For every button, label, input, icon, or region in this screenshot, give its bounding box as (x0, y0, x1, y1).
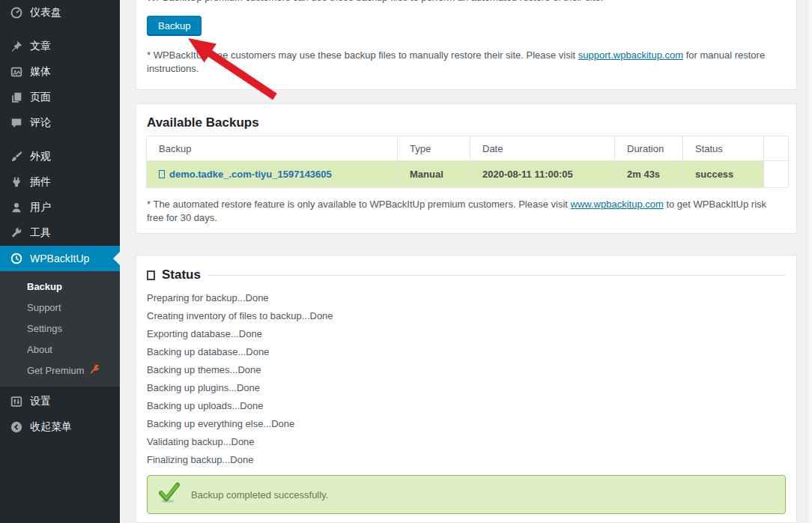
sidebar-item-label: 收起菜单 (30, 420, 72, 434)
pin-icon (9, 39, 24, 54)
sidebar-item-collapse-menu[interactable]: 收起菜单 (0, 414, 120, 440)
status-log-line: Exporting database...Done (147, 325, 786, 343)
status-log-line: Backing up everything else...Done (147, 415, 786, 433)
submenu-item-about[interactable]: About (0, 339, 120, 360)
sidebar-item-label: 媒体 (30, 65, 51, 79)
backup-name-cell: demo.tadke_.com-tiyu_1597143605 (147, 161, 398, 188)
scrollbar-track[interactable] (808, 0, 812, 523)
sidebar-item-pages[interactable]: 页面 (0, 85, 120, 110)
status-log-line: Backing up uploads...Done (147, 397, 786, 415)
status-log-line: Finalizing backup...Done (147, 451, 786, 469)
sidebar-item-plugins[interactable]: 插件 (0, 169, 120, 195)
submenu-item-backup[interactable]: Backup (0, 276, 120, 297)
submenu-item-support[interactable]: Support (0, 297, 120, 318)
status-log-line: Backing up themes...Done (147, 361, 786, 379)
status-log-line: Backing up database...Done (147, 343, 786, 361)
sidebar-item-posts[interactable]: 文章 (0, 34, 120, 59)
file-glyph-icon (159, 170, 165, 178)
media-icon (9, 64, 24, 79)
sidebar-item-label: 设置 (30, 395, 51, 408)
status-log-list: Preparing for backup...Done Creating inv… (147, 289, 786, 469)
sidebar-item-label: 仪表盘 (30, 6, 61, 19)
sidebar-item-comments[interactable]: 评论 (0, 110, 120, 136)
available-backups-panel: Available Backups Backup Type Date Durat… (136, 103, 797, 234)
note-text: * The automated restore feature is only … (147, 199, 571, 210)
sidebar-item-label: WPBackItUp (30, 253, 89, 264)
backup-duration-cell: 2m 43s (615, 161, 683, 188)
menu-separator (0, 25, 120, 34)
backup-action-panel: WPBackItUp premium customers can use the… (136, 0, 797, 90)
available-backups-title: Available Backups (147, 115, 786, 130)
col-header-type: Type (398, 136, 470, 161)
clipped-intro-text: WPBackItUp premium customers can use the… (136, 0, 796, 7)
submenu-item-get-premium[interactable]: Get Premium (0, 360, 120, 381)
status-panel: Status Preparing for backup...Done Creat… (136, 255, 797, 523)
status-title: Status (162, 267, 201, 282)
sidebar-item-label: 评论 (30, 116, 51, 130)
appearance-brush-icon (9, 149, 24, 164)
sidebar-item-label: 文章 (30, 40, 51, 53)
premium-restore-note: * The automated restore feature is only … (147, 198, 769, 225)
support-link[interactable]: support.wpbackitup.com (578, 49, 683, 61)
manual-restore-note: * WPBackItUp free customers may use thes… (147, 49, 769, 76)
status-log-line: Validating backup...Done (147, 433, 786, 451)
submenu-label: About (27, 339, 52, 360)
submenu-label: Get Premium (27, 360, 85, 381)
intro-text: WPBackItUp premium customers can use the… (147, 0, 786, 3)
comments-icon (9, 115, 24, 130)
sidebar-item-label: 页面 (30, 91, 51, 104)
sidebar-item-users[interactable]: 用户 (0, 195, 120, 220)
premium-key-icon (89, 360, 101, 381)
backup-status-cell: success (683, 161, 764, 188)
status-log-line: Preparing for backup...Done (147, 289, 786, 307)
backup-file-name: demo.tadke_.com-tiyu_1597143605 (169, 169, 332, 180)
sidebar-item-wpbackitup[interactable]: WPBackItUp (0, 246, 120, 271)
submenu-label: Settings (27, 318, 62, 339)
dashboard-icon (9, 5, 24, 20)
users-icon (9, 200, 24, 215)
sidebar-item-label: 工具 (30, 226, 51, 240)
sidebar-item-settings[interactable]: 设置 (0, 389, 120, 414)
checkmark-icon (157, 482, 181, 507)
status-log-line: Backing up plugins...Done (147, 379, 786, 397)
pages-icon (9, 90, 24, 105)
wpbackitup-link[interactable]: www.wpbackitup.com (571, 199, 664, 210)
backup-type-cell: Manual (398, 161, 470, 188)
sidebar-item-label: 插件 (30, 175, 51, 189)
sidebar-item-dashboard[interactable]: 仪表盘 (0, 0, 120, 25)
col-header-status: Status (683, 136, 764, 161)
backup-button[interactable]: Backup (147, 16, 202, 36)
backup-clock-icon (9, 251, 24, 266)
sidebar-item-appearance[interactable]: 外观 (0, 144, 120, 169)
note-text: * WPBackItUp free customers may use thes… (147, 49, 578, 61)
plugin-icon (9, 175, 24, 190)
col-header-duration: Duration (615, 136, 683, 161)
sidebar-item-media[interactable]: 媒体 (0, 59, 120, 85)
wordpress-admin-page: 仪表盘 文章 媒体 页面 评论 (0, 0, 812, 523)
backups-table: Backup Type Date Duration Status demo.ta… (146, 136, 789, 188)
submenu-item-settings[interactable]: Settings (0, 318, 120, 339)
active-menu-arrow (113, 252, 120, 265)
status-header: Status (147, 267, 786, 282)
table-row: demo.tadke_.com-tiyu_1597143605 Manual 2… (147, 161, 789, 188)
col-header-empty (764, 136, 789, 161)
backup-actions-cell (764, 161, 789, 188)
status-log-line: Creating inventory of files to backup...… (147, 307, 786, 325)
sidebar-item-label: 外观 (30, 150, 51, 163)
backup-file-link[interactable]: demo.tadke_.com-tiyu_1597143605 (159, 169, 332, 180)
admin-sidebar: 仪表盘 文章 媒体 页面 评论 (0, 0, 120, 523)
backup-date-cell: 2020-08-11 11:00:05 (470, 161, 615, 188)
status-glyph-icon (147, 270, 155, 280)
submenu-label: Support (27, 297, 61, 318)
settings-sliders-icon (9, 394, 24, 409)
success-message: Backup completed successfully. (191, 489, 328, 501)
table-header-row: Backup Type Date Duration Status (147, 136, 789, 161)
menu-separator (0, 136, 120, 144)
col-header-date: Date (470, 136, 615, 161)
sidebar-item-tools[interactable]: 工具 (0, 220, 120, 246)
collapse-menu-icon (9, 420, 24, 435)
sidebar-item-label: 用户 (30, 201, 51, 214)
submenu-label: Backup (27, 276, 62, 297)
col-header-backup: Backup (147, 136, 398, 161)
backup-success-banner: Backup completed successfully. (147, 475, 786, 514)
